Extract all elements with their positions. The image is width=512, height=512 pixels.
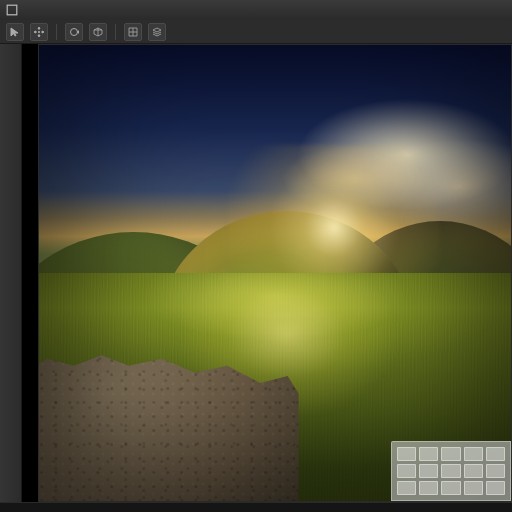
viewport[interactable]: [22, 44, 512, 502]
mini-cell[interactable]: [486, 464, 505, 478]
mini-cell[interactable]: [397, 481, 416, 495]
svg-point-1: [71, 28, 78, 35]
mini-cell[interactable]: [441, 447, 460, 461]
mini-cell[interactable]: [419, 447, 438, 461]
cube-tool[interactable]: [89, 23, 107, 41]
mini-cell[interactable]: [486, 447, 505, 461]
mini-cell[interactable]: [441, 481, 460, 495]
layers-tool[interactable]: [148, 23, 166, 41]
mini-cell[interactable]: [397, 464, 416, 478]
move-icon: [34, 27, 44, 37]
mini-cell[interactable]: [464, 447, 483, 461]
mini-cell[interactable]: [486, 481, 505, 495]
titlebar: [0, 0, 512, 20]
mini-cell[interactable]: [441, 464, 460, 478]
layers-icon: [152, 27, 162, 37]
statusbar: [0, 502, 512, 512]
viewport-notch: [22, 259, 38, 299]
rotate-tool[interactable]: [65, 23, 83, 41]
grid-icon: [128, 27, 138, 37]
pointer-icon: [10, 27, 20, 37]
pointer-tool[interactable]: [6, 23, 24, 41]
move-tool[interactable]: [30, 23, 48, 41]
rotate-icon: [69, 27, 79, 37]
left-panel[interactable]: [0, 44, 22, 502]
mini-cell[interactable]: [419, 464, 438, 478]
render-canvas[interactable]: [38, 44, 512, 502]
mini-panel[interactable]: [391, 441, 511, 501]
svg-rect-0: [7, 5, 17, 15]
grid-tool[interactable]: [124, 23, 142, 41]
mini-cell[interactable]: [464, 481, 483, 495]
app-icon: [6, 4, 18, 16]
cube-icon: [93, 27, 103, 37]
mini-cell[interactable]: [397, 447, 416, 461]
work-area: [0, 44, 512, 502]
mini-cell[interactable]: [419, 481, 438, 495]
toolbar-separator: [56, 24, 57, 40]
mini-cell[interactable]: [464, 464, 483, 478]
toolbar: [0, 20, 512, 44]
toolbar-separator: [115, 24, 116, 40]
